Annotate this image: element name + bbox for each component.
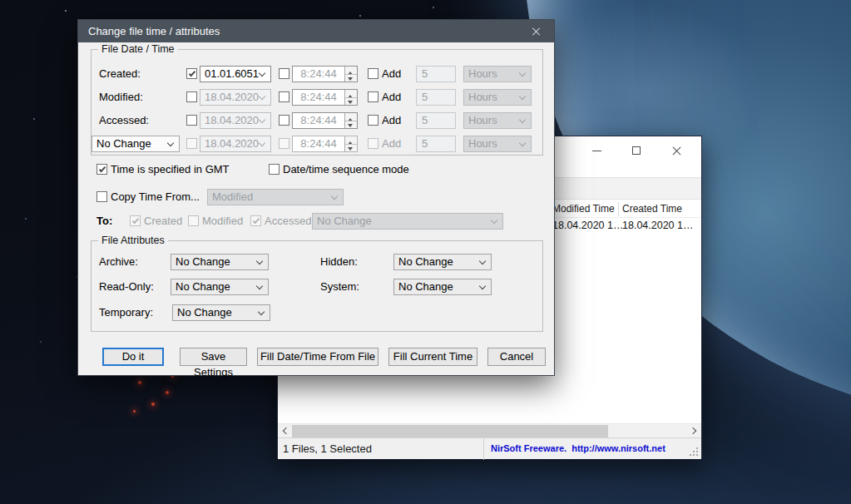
resize-grip-icon[interactable] bbox=[696, 454, 698, 456]
copy-time-from-label: Copy Time From... bbox=[111, 189, 200, 205]
file-date-time-group: File Date / Time Created: 01.01.6051 8:2… bbox=[91, 49, 543, 156]
to-label: To: bbox=[96, 213, 112, 230]
gmt-label: Time is specified in GMT bbox=[111, 161, 230, 178]
spinner-buttons bbox=[344, 67, 357, 82]
to-modified-label: Modified bbox=[202, 213, 243, 230]
check-icon bbox=[188, 69, 195, 77]
created-add-unit-combo: Hours bbox=[463, 66, 532, 82]
readonly-combo[interactable]: No Change bbox=[171, 279, 269, 295]
spinner-up-icon bbox=[345, 136, 357, 144]
spinner-buttons bbox=[344, 113, 357, 128]
archive-combo[interactable]: No Change bbox=[171, 254, 269, 270]
red-star-dot bbox=[151, 403, 155, 406]
to-created-checkbox bbox=[130, 215, 141, 226]
modified-date-checkbox[interactable] bbox=[186, 91, 197, 102]
chevron-down-icon bbox=[479, 258, 486, 264]
column-header-modified-time[interactable]: Modified Time bbox=[552, 203, 615, 215]
chevron-down-icon bbox=[259, 140, 265, 146]
modified-add-checkbox[interactable] bbox=[368, 91, 378, 102]
chevron-down-icon bbox=[256, 258, 263, 264]
dialog-close-button[interactable] bbox=[517, 20, 554, 42]
modified-date-combo: 18.04.2020 bbox=[200, 89, 271, 106]
spinner-down-icon bbox=[345, 74, 357, 82]
nirsoft-link[interactable]: NirSoft Freeware. http://www.nirsoft.net bbox=[491, 443, 665, 453]
file-attributes-group: File Attributes Archive: No Change Hidde… bbox=[91, 240, 543, 332]
stars-wallpaper bbox=[0, 0, 2, 2]
created-date-checkbox[interactable] bbox=[186, 68, 197, 79]
sequence-mode-label: Date/time sequence mode bbox=[283, 161, 409, 178]
scroll-left-button[interactable] bbox=[279, 424, 293, 438]
spinner-down-icon bbox=[345, 97, 357, 106]
chevron-down-icon bbox=[258, 309, 265, 315]
cancel-button[interactable]: Cancel bbox=[487, 348, 546, 366]
accessed-date-checkbox[interactable] bbox=[186, 115, 197, 126]
column-header-created-time[interactable]: Created Time bbox=[622, 203, 682, 215]
created-date-combo[interactable]: 01.01.6051 bbox=[200, 66, 271, 82]
minimize-button[interactable] bbox=[582, 141, 611, 161]
check-icon bbox=[98, 165, 105, 172]
modified-time-spinner: 8:24:44 bbox=[292, 89, 358, 106]
close-icon bbox=[671, 146, 682, 156]
maximize-button[interactable] bbox=[622, 141, 651, 161]
accessed-time-checkbox[interactable] bbox=[279, 115, 289, 126]
close-icon bbox=[531, 27, 541, 37]
temporary-combo[interactable]: No Change bbox=[172, 304, 270, 321]
save-settings-button[interactable]: Save Settings bbox=[180, 348, 247, 366]
sequence-mode-checkbox[interactable] bbox=[269, 164, 280, 175]
created-label: Created: bbox=[99, 66, 141, 82]
modified-add-amount-field: 5 bbox=[416, 89, 456, 106]
chevron-down-icon bbox=[519, 140, 526, 146]
chevron-down-icon bbox=[519, 116, 526, 123]
created-add-checkbox[interactable] bbox=[368, 68, 378, 79]
mode-add-checkbox bbox=[368, 138, 378, 149]
to-accessed-label: Accessed bbox=[265, 213, 311, 230]
column-separator[interactable] bbox=[618, 202, 619, 216]
desktop: Modified Time Created Time 18.04.2020 1…… bbox=[0, 0, 851, 504]
chevron-down-icon bbox=[491, 217, 497, 224]
scroll-right-button[interactable] bbox=[686, 424, 700, 438]
created-add-amount-field: 5 bbox=[416, 66, 456, 82]
do-it-button[interactable]: Do it bbox=[102, 348, 164, 366]
spinner-buttons bbox=[344, 136, 357, 151]
spinner-up-icon bbox=[345, 90, 357, 97]
red-star-dot bbox=[133, 410, 136, 413]
chevron-down-icon bbox=[259, 70, 265, 77]
chevron-down-icon bbox=[167, 140, 174, 146]
created-add-label: Add bbox=[382, 66, 401, 82]
close-button[interactable] bbox=[662, 141, 690, 161]
fill-current-time-button[interactable]: Fill Current Time bbox=[388, 348, 477, 366]
mode-time-spinner: 8:24:44 bbox=[292, 136, 358, 152]
gmt-checkbox[interactable] bbox=[96, 164, 107, 175]
spinner-down-icon bbox=[345, 121, 357, 129]
fill-from-file-button[interactable]: Fill Date/Time From File bbox=[257, 348, 378, 366]
system-label: System: bbox=[320, 279, 359, 295]
mode-date-combo: 18.04.2020 bbox=[200, 136, 271, 152]
status-separator bbox=[483, 438, 484, 460]
dialog-titlebar: Change file time / attributes bbox=[78, 20, 554, 42]
system-combo[interactable]: No Change bbox=[393, 279, 492, 295]
cell-created-time: 18.04.2020 1… bbox=[622, 220, 694, 231]
copy-time-from-checkbox[interactable] bbox=[96, 191, 107, 202]
change-file-time-dialog: Change file time / attributes File Date … bbox=[77, 19, 555, 376]
mode-add-label: Add bbox=[382, 136, 401, 152]
hidden-combo[interactable]: No Change bbox=[393, 254, 492, 270]
red-star-dot bbox=[138, 381, 141, 384]
created-time-checkbox[interactable] bbox=[279, 68, 289, 79]
mode-date-checkbox bbox=[186, 138, 197, 149]
cell-modified-time: 18.04.2020 1… bbox=[552, 220, 624, 231]
accessed-add-unit-combo: Hours bbox=[463, 112, 532, 129]
horizontal-scrollbar[interactable] bbox=[278, 423, 701, 437]
mode-add-unit-combo: Hours bbox=[463, 136, 532, 152]
status-bar: 1 Files, 1 Selected NirSoft Freeware. ht… bbox=[278, 437, 701, 459]
fourth-row-mode-combo[interactable]: No Change bbox=[92, 136, 180, 152]
scrollbar-thumb[interactable] bbox=[292, 425, 608, 437]
modified-add-label: Add bbox=[382, 89, 401, 106]
accessed-add-checkbox[interactable] bbox=[368, 115, 378, 126]
hidden-label: Hidden: bbox=[320, 254, 358, 270]
chevron-left-icon bbox=[283, 427, 289, 434]
spinner-down-icon bbox=[345, 144, 357, 152]
modified-label: Modified: bbox=[99, 89, 143, 106]
check-icon bbox=[131, 216, 138, 224]
red-star-dot bbox=[166, 391, 169, 394]
modified-time-checkbox[interactable] bbox=[279, 91, 289, 102]
